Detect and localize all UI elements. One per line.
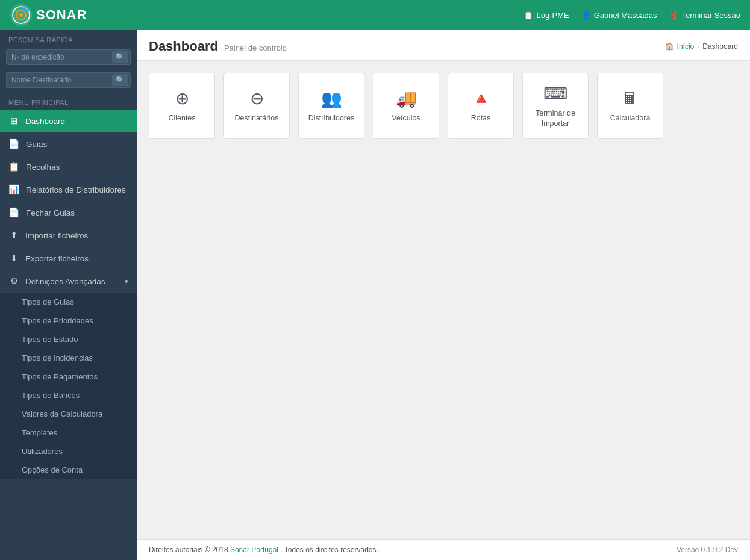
exportar-icon: ⬇ [8, 253, 19, 264]
sidebar-item-tipos-estado[interactable]: Tipos de Estado [0, 330, 137, 349]
logout-icon: 🚪 [669, 11, 678, 20]
sidebar-item-label: Fechar Guias [26, 208, 75, 217]
breadcrumb-home[interactable]: Início [677, 42, 695, 51]
rotas-card-label: Rotas [471, 113, 491, 123]
sidebar-item-tipos-bancos[interactable]: Tipos de Bancos [0, 386, 137, 405]
user-icon: 👤 [581, 11, 591, 20]
sidebar-item-recolhas[interactable]: 📋 Recolhas [0, 155, 137, 178]
sidebar-item-templates[interactable]: Templates [0, 423, 137, 442]
card-veiculos[interactable]: 🚚 Veículos [373, 73, 439, 139]
dashboard-icon: ⊞ [8, 116, 19, 126]
sidebar-item-opcoes-conta[interactable]: Opções de Conta [0, 461, 137, 479]
logo-icon [10, 4, 33, 26]
search-expedition-button[interactable]: 🔍 [112, 51, 128, 63]
logout-link[interactable]: 🚪 Terminar Sessão [669, 11, 740, 20]
recolhas-icon: 📋 [8, 161, 20, 172]
app-name: SONAR [36, 7, 87, 23]
sidebar-item-label: Guias [26, 140, 47, 149]
sidebar-item-tipos-guias[interactable]: Tipos de Guias [0, 293, 137, 311]
page-title-area: Dashboard Painel de controlo [149, 39, 287, 54]
sidebar-item-utilizadores[interactable]: Utilizadores [0, 442, 137, 461]
breadcrumb-separator: › [697, 42, 699, 51]
fechar-guias-icon: 📄 [8, 207, 20, 218]
breadcrumb: 🏠 Início › Dashboard [665, 42, 738, 51]
sidebar-item-dashboard[interactable]: ⊞ Dashboard [0, 110, 137, 132]
search-section-label: PESQUISA RÁPIDA [0, 30, 137, 46]
terminar-importar-card-label: Terminar de Importar [523, 108, 588, 128]
card-clientes[interactable]: ⊕ Clientes [149, 73, 215, 139]
sidebar-item-exportar[interactable]: ⬇ Exportar ficheiros [0, 247, 137, 270]
rotas-card-icon: 🔺 [470, 89, 492, 108]
svg-point-5 [24, 10, 27, 12]
home-icon: 🏠 [665, 42, 674, 51]
guias-icon: 📄 [8, 138, 20, 149]
distribuidores-card-label: Distribuidores [308, 113, 354, 123]
sidebar-item-tipos-incidencias[interactable]: Tipos de Incidencias [0, 349, 137, 367]
card-rotas[interactable]: 🔺 Rotas [448, 73, 514, 139]
terminar-importar-card-icon: ⌨ [543, 84, 567, 104]
footer-copyright: Direitos autoriais © 2018 Sonar Portugal… [149, 546, 378, 554]
sidebar-item-label: Relatórios de Distribuidores [26, 185, 126, 194]
footer-company-link[interactable]: Sonar Portugal [230, 546, 278, 554]
definicoes-icon: ⚙ [8, 276, 19, 287]
top-nav-links: 📋 Log-PME 👤 Gabriel Massadas 🚪 Terminar … [523, 11, 740, 20]
page-subtitle: Painel de controlo [224, 43, 287, 52]
content-spacer [137, 151, 750, 539]
veiculos-card-label: Veículos [392, 113, 420, 123]
main-content: Dashboard Painel de controlo 🏠 Início › … [137, 30, 750, 560]
card-distribuidores[interactable]: 👥 Distribuidores [298, 73, 364, 139]
sidebar-item-tipos-pagamentos[interactable]: Tipos de Pagamentos [0, 367, 137, 386]
log-pme-link[interactable]: 📋 Log-PME [523, 11, 569, 20]
breadcrumb-current: Dashboard [702, 42, 738, 51]
page-title: Dashboard [149, 39, 218, 54]
layout: PESQUISA RÁPIDA 🔍 🔍 MENU PRINCIPAL ⊞ Das… [0, 30, 750, 560]
sidebar-item-definicoes[interactable]: ⚙ Definições Avançadas ▾ [0, 270, 137, 293]
sidebar-item-importar[interactable]: ⬆ Importar ficheiros [0, 224, 137, 247]
clientes-card-icon: ⊕ [175, 89, 189, 108]
relatorios-icon: 📊 [8, 184, 20, 195]
definicoes-submenu: Tipos de Guias Tipos de Prioridades Tipo… [0, 293, 137, 479]
sidebar-item-label: Definições Avançadas [25, 277, 105, 286]
top-navbar: SONAR 📋 Log-PME 👤 Gabriel Massadas 🚪 Ter… [0, 0, 750, 30]
footer: Direitos autoriais © 2018 Sonar Portugal… [137, 539, 750, 560]
sidebar-item-fechar-guias[interactable]: 📄 Fechar Guias [0, 201, 137, 224]
menu-section-label: MENU PRINCIPAL [0, 92, 137, 110]
cards-grid: ⊕ Clientes ⊖ Destinatários 👥 Distribuido… [149, 73, 738, 139]
cards-area: ⊕ Clientes ⊖ Destinatários 👥 Distribuido… [137, 61, 750, 151]
sidebar-item-label: Recolhas [26, 163, 60, 172]
destinatarios-card-icon: ⊖ [250, 89, 264, 108]
sidebar-item-guias[interactable]: 📄 Guias [0, 132, 137, 155]
sidebar: PESQUISA RÁPIDA 🔍 🔍 MENU PRINCIPAL ⊞ Das… [0, 30, 137, 560]
search-box-1: 🔍 [0, 46, 137, 69]
importar-icon: ⬆ [8, 230, 19, 241]
search-box-2: 🔍 [0, 69, 137, 92]
sidebar-item-tipos-prioridades[interactable]: Tipos de Prioridades [0, 311, 137, 330]
log-icon: 📋 [523, 11, 533, 20]
search-recipient-button[interactable]: 🔍 [112, 74, 128, 86]
clientes-card-label: Clientes [168, 113, 195, 123]
card-calculadora[interactable]: 🖩 Calculadora [597, 73, 663, 139]
logo: SONAR [10, 4, 87, 26]
footer-version: Versão 0.1.9.2 Dev [677, 546, 738, 554]
sidebar-item-label: Dashboard [25, 117, 65, 126]
sidebar-item-relatorios[interactable]: 📊 Relatórios de Distribuidores [0, 178, 137, 201]
veiculos-card-icon: 🚚 [396, 89, 417, 108]
card-terminar-importar[interactable]: ⌨ Terminar de Importar [522, 73, 589, 139]
sidebar-item-label: Importar ficheiros [25, 231, 88, 240]
destinatarios-card-label: Destinatários [235, 113, 279, 123]
page-header: Dashboard Painel de controlo 🏠 Início › … [137, 30, 750, 61]
user-link[interactable]: 👤 Gabriel Massadas [581, 11, 657, 20]
sidebar-item-valores-calculadora[interactable]: Valores da Calculadora [0, 405, 137, 423]
distribuidores-card-icon: 👥 [321, 89, 342, 108]
svg-point-3 [19, 13, 23, 17]
definicoes-left: ⚙ Definições Avançadas [8, 276, 105, 287]
card-destinatarios[interactable]: ⊖ Destinatários [223, 73, 290, 139]
sidebar-item-label: Exportar ficheiros [25, 254, 89, 263]
calculadora-card-icon: 🖩 [622, 89, 639, 108]
calculadora-card-label: Calculadora [610, 113, 651, 123]
chevron-down-icon: ▾ [125, 278, 128, 285]
